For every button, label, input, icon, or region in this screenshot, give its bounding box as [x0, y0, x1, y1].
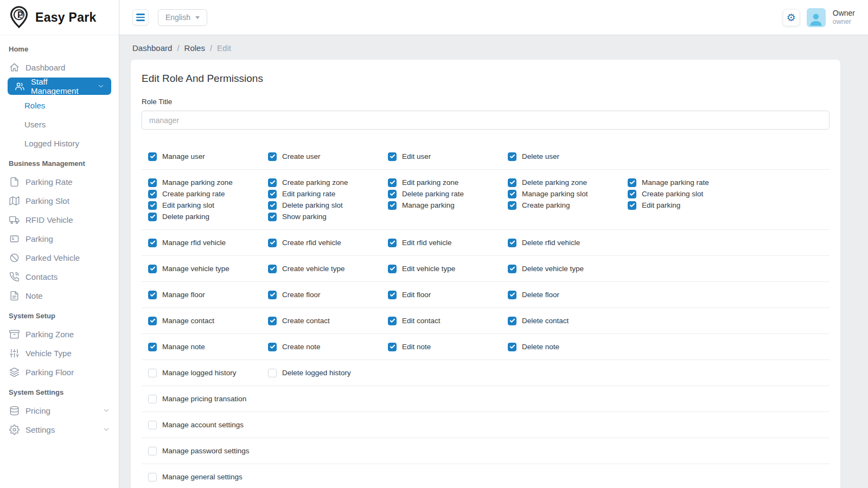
breadcrumb-dashboard[interactable]: Dashboard — [132, 43, 172, 53]
sidebar-item-settings[interactable]: Settings — [0, 420, 119, 439]
sidebar-item-roles[interactable]: Roles — [0, 96, 119, 114]
permission-edit-parking-slot[interactable]: Edit parking slot — [142, 200, 261, 211]
checkbox-checked-icon[interactable] — [508, 201, 516, 210]
permission-create-rfid-vehicle[interactable]: Create rfid vehicle — [261, 237, 381, 248]
sidebar-item-dashboard[interactable]: Dashboard — [0, 58, 119, 76]
sidebar-item-note[interactable]: Note — [0, 286, 119, 305]
checkbox-checked-icon[interactable] — [388, 343, 397, 351]
permission-manage-account-settings[interactable]: Manage account settings — [142, 419, 261, 431]
permission-edit-user[interactable]: Edit user — [381, 151, 501, 162]
permission-manage-general-settings[interactable]: Manage general settings — [142, 471, 261, 483]
checkbox-unchecked-icon[interactable] — [148, 421, 157, 429]
permission-manage-parking-slot[interactable]: Manage parking slot — [501, 188, 621, 200]
permission-create-parking-slot[interactable]: Create parking slot — [621, 188, 741, 200]
permission-delete-rfid-vehicle[interactable]: Delete rfid vehicle — [501, 237, 621, 248]
checkbox-checked-icon[interactable] — [148, 190, 157, 198]
permission-manage-parking-zone[interactable]: Manage parking zone — [142, 177, 261, 188]
settings-button[interactable]: ⚙ — [783, 9, 800, 26]
permission-edit-vehicle-type[interactable]: Edit vehicle type — [381, 263, 501, 274]
checkbox-checked-icon[interactable] — [268, 213, 277, 221]
checkbox-checked-icon[interactable] — [508, 239, 516, 247]
permission-delete-parking-rate[interactable]: Delete parking rate — [381, 188, 501, 200]
permission-manage-rfid-vehicle[interactable]: Manage rfid vehicle — [142, 237, 261, 248]
avatar[interactable] — [807, 8, 826, 27]
role-title-input[interactable] — [142, 111, 829, 130]
permission-edit-parking-zone[interactable]: Edit parking zone — [381, 177, 501, 188]
permission-manage-vehicle-type[interactable]: Manage vehicle type — [142, 263, 261, 274]
permission-create-contact[interactable]: Create contact — [261, 315, 381, 326]
sidebar-item-logged-history[interactable]: Logged History — [0, 134, 119, 152]
checkbox-checked-icon[interactable] — [508, 178, 516, 187]
checkbox-unchecked-icon[interactable] — [148, 447, 157, 455]
checkbox-checked-icon[interactable] — [508, 343, 516, 351]
checkbox-checked-icon[interactable] — [148, 291, 157, 299]
permission-create-user[interactable]: Create user — [261, 151, 381, 162]
sidebar-item-rfid-vehicle[interactable]: RFID Vehicle — [0, 210, 119, 229]
sidebar-item-parked-vehicle[interactable]: Parked Vehicle — [0, 248, 119, 267]
permission-delete-parking-zone[interactable]: Delete parking zone — [501, 177, 621, 188]
permission-manage-note[interactable]: Manage note — [142, 341, 261, 352]
permission-create-vehicle-type[interactable]: Create vehicle type — [261, 263, 381, 274]
sidebar-item-users[interactable]: Users — [0, 115, 119, 133]
permission-delete-parking[interactable]: Delete parking — [142, 211, 261, 222]
checkbox-unchecked-icon[interactable] — [148, 369, 157, 377]
permission-delete-logged-history[interactable]: Delete logged history — [261, 367, 381, 378]
checkbox-checked-icon[interactable] — [268, 239, 277, 247]
sidebar-item-parking-zone[interactable]: Parking Zone — [0, 325, 119, 343]
permission-create-parking-zone[interactable]: Create parking zone — [261, 177, 381, 188]
checkbox-checked-icon[interactable] — [508, 190, 516, 198]
permission-edit-floor[interactable]: Edit floor — [381, 289, 501, 300]
sidebar-item-vehicle-type[interactable]: Vehicle Type — [0, 344, 119, 362]
permission-edit-parking[interactable]: Edit parking — [621, 200, 741, 211]
checkbox-checked-icon[interactable] — [388, 265, 397, 273]
checkbox-checked-icon[interactable] — [508, 291, 516, 299]
permission-manage-parking[interactable]: Manage parking — [381, 200, 501, 211]
brand[interactable]: P Easy Park — [0, 0, 119, 35]
checkbox-checked-icon[interactable] — [508, 152, 516, 161]
checkbox-checked-icon[interactable] — [148, 343, 157, 351]
sidebar-item-contacts[interactable]: Contacts — [0, 267, 119, 286]
permission-edit-rfid-vehicle[interactable]: Edit rfid vehicle — [381, 237, 501, 248]
permission-delete-parking-slot[interactable]: Delete parking slot — [261, 200, 381, 211]
permission-delete-vehicle-type[interactable]: Delete vehicle type — [501, 263, 621, 274]
permission-delete-note[interactable]: Delete note — [501, 341, 621, 352]
checkbox-checked-icon[interactable] — [628, 190, 636, 198]
checkbox-checked-icon[interactable] — [508, 265, 516, 273]
permission-create-parking-rate[interactable]: Create parking rate — [142, 188, 261, 200]
language-selector[interactable]: English — [158, 9, 207, 26]
checkbox-checked-icon[interactable] — [268, 201, 277, 210]
permission-delete-floor[interactable]: Delete floor — [501, 289, 621, 300]
checkbox-checked-icon[interactable] — [268, 265, 277, 273]
checkbox-checked-icon[interactable] — [388, 239, 397, 247]
checkbox-checked-icon[interactable] — [148, 265, 157, 273]
checkbox-checked-icon[interactable] — [268, 343, 277, 351]
user-meta[interactable]: Owner owner — [833, 9, 855, 26]
checkbox-checked-icon[interactable] — [148, 201, 157, 210]
permission-delete-contact[interactable]: Delete contact — [501, 315, 621, 326]
permission-manage-parking-rate[interactable]: Manage parking rate — [621, 177, 741, 188]
sidebar-item-parking[interactable]: Parking — [0, 229, 119, 248]
permission-create-floor[interactable]: Create floor — [261, 289, 381, 300]
permission-manage-floor[interactable]: Manage floor — [142, 289, 261, 300]
permission-create-parking[interactable]: Create parking — [501, 200, 621, 211]
sidebar-item-parking-floor[interactable]: Parking Floor — [0, 363, 119, 381]
permission-show-parking[interactable]: Show parking — [261, 211, 381, 222]
breadcrumb-roles[interactable]: Roles — [184, 43, 205, 53]
permission-manage-user[interactable]: Manage user — [142, 151, 261, 162]
sidebar-toggle-button[interactable] — [132, 9, 149, 25]
checkbox-checked-icon[interactable] — [148, 178, 157, 187]
checkbox-checked-icon[interactable] — [268, 190, 277, 198]
checkbox-unchecked-icon[interactable] — [148, 473, 157, 481]
permission-manage-contact[interactable]: Manage contact — [142, 315, 261, 326]
checkbox-checked-icon[interactable] — [388, 201, 397, 210]
permission-manage-password-settings[interactable]: Manage password settings — [142, 445, 261, 457]
checkbox-checked-icon[interactable] — [268, 291, 277, 299]
checkbox-checked-icon[interactable] — [508, 317, 516, 325]
checkbox-checked-icon[interactable] — [388, 178, 397, 187]
permission-edit-parking-rate[interactable]: Edit parking rate — [261, 188, 381, 200]
checkbox-checked-icon[interactable] — [628, 178, 636, 187]
checkbox-unchecked-icon[interactable] — [148, 395, 157, 403]
checkbox-checked-icon[interactable] — [148, 317, 157, 325]
checkbox-checked-icon[interactable] — [268, 178, 277, 187]
permission-create-note[interactable]: Create note — [261, 341, 381, 352]
